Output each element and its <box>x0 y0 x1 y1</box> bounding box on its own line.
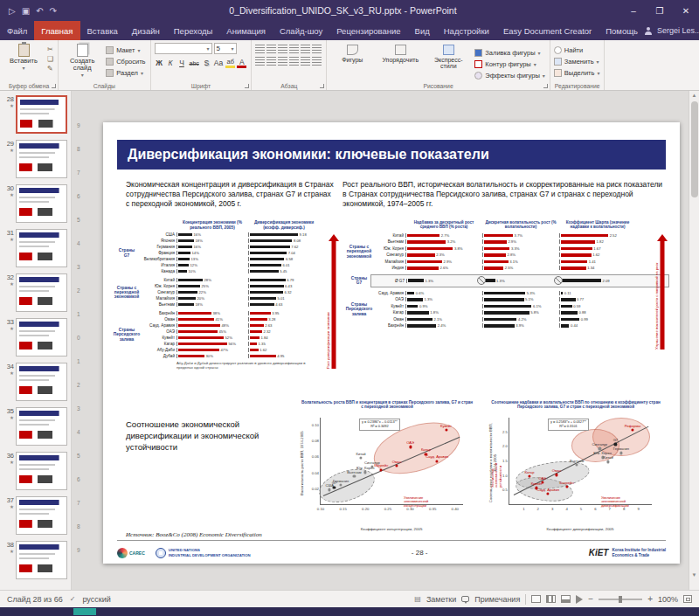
bold-button[interactable]: Ж <box>155 58 164 68</box>
zoom-slider-thumb[interactable] <box>619 596 622 603</box>
scatter-premium-diversification[interactable]: Соотношение надбавки и волатильности ВВП… <box>486 400 666 533</box>
dialog-launcher-icon[interactable] <box>52 84 56 88</box>
minimize-button[interactable]: – <box>620 0 647 21</box>
scrollbar-thumb[interactable] <box>691 101 698 197</box>
paste-button[interactable]: Вставить ▾ <box>3 41 44 71</box>
scatter-volatility-concentration[interactable]: Волатильность роста ВВП и концентрация в… <box>297 400 477 533</box>
slide-thumbnail-31[interactable]: 31★ <box>2 229 67 267</box>
decrease-indent-icon[interactable] <box>278 45 287 53</box>
slide-thumbnail-32[interactable]: 32★ <box>2 273 67 312</box>
vertical-scrollbar[interactable]: ▲ ▼ <box>689 91 699 590</box>
text-shadow-button[interactable]: S <box>202 58 211 68</box>
slideshow-icon[interactable]: ▷ <box>9 6 16 16</box>
dialog-launcher-icon[interactable] <box>320 84 324 88</box>
replace-button[interactable]: Заменить▾ <box>554 56 600 66</box>
thumbnail-preview[interactable] <box>16 452 67 490</box>
tab-help[interactable]: Помощь <box>599 21 645 40</box>
justify-icon[interactable] <box>289 57 299 66</box>
font-name-select[interactable]: ▾ <box>155 43 212 54</box>
dialog-launcher-icon[interactable] <box>245 84 249 88</box>
slide-title[interactable]: Диверсификация экономики: ключевые показ… <box>117 140 666 170</box>
strikethrough-button[interactable]: abc <box>189 58 200 68</box>
shape-outline-button[interactable]: Контур фигуры▾ <box>474 59 545 69</box>
tab-insert[interactable]: Вставка <box>80 21 125 40</box>
thumbnail-preview[interactable] <box>16 273 67 312</box>
find-button[interactable]: Найти <box>554 45 600 55</box>
select-button[interactable]: Выделить▾ <box>554 67 600 78</box>
zoom-in-icon[interactable]: + <box>647 594 653 604</box>
tab-transitions[interactable]: Переходы <box>167 21 220 40</box>
align-center-icon[interactable] <box>266 57 276 66</box>
tab-review[interactable]: Рецензирование <box>329 21 407 40</box>
align-right-icon[interactable] <box>278 57 287 66</box>
shapes-button[interactable]: Фигуры <box>330 44 374 80</box>
copy-icon[interactable]: ❏ <box>47 55 53 63</box>
columns-icon[interactable] <box>301 57 310 66</box>
font-size-select[interactable]: 5▾ <box>214 43 237 54</box>
thumbnail-preview[interactable] <box>16 541 67 579</box>
slide-thumbnail-38[interactable]: 38★ <box>2 541 67 579</box>
thumbnail-preview[interactable] <box>16 140 67 178</box>
thumbnail-preview[interactable] <box>16 363 67 401</box>
bar-chart-growth-volatility-sharpe[interactable]: Надбавка за дискретный рост среднего ВВП… <box>348 220 669 360</box>
slide-canvas[interactable]: Диверсификация экономики: ключевые показ… <box>103 122 680 564</box>
scroll-up-icon[interactable]: ▲ <box>689 93 699 98</box>
tab-home[interactable]: Главная <box>34 21 80 40</box>
zoom-level[interactable]: 100% <box>658 595 678 604</box>
tab-add-ins[interactable]: Надстройки <box>437 21 496 40</box>
save-icon[interactable]: ▣ <box>22 6 30 16</box>
spellcheck-icon[interactable]: ✓ <box>70 595 76 603</box>
tab-file[interactable]: Файл <box>0 21 34 40</box>
increase-indent-icon[interactable] <box>289 45 299 53</box>
undo-icon[interactable]: ↶ <box>36 6 43 16</box>
redo-icon[interactable]: ↷ <box>50 6 57 16</box>
account-name[interactable]: Sergei Les... <box>657 26 699 35</box>
thumbnail-preview[interactable] <box>16 95 67 134</box>
slide-indicator[interactable]: Слайд 28 из 66 <box>7 595 63 604</box>
thumbnail-preview[interactable] <box>16 496 67 535</box>
bottom-text[interactable]: Соотношение экономической диверсификации… <box>126 419 274 453</box>
smartart-icon[interactable] <box>312 57 322 66</box>
bar-chart-concentration-diversification[interactable]: Концентрация экономики (% реального ВВП,… <box>115 220 341 379</box>
shape-fill-button[interactable]: Заливка фигуры▾ <box>474 47 545 58</box>
zoom-slider[interactable] <box>599 599 642 600</box>
reading-view-icon[interactable] <box>561 595 571 603</box>
cut-icon[interactable]: ✂ <box>47 45 53 53</box>
new-slide-button[interactable]: Создать слайд ▾ <box>62 41 102 78</box>
quick-styles-button[interactable]: Экспресс-стили <box>426 44 470 80</box>
change-case-button[interactable]: Аа <box>213 58 225 68</box>
right-heading[interactable]: Рост реального ВВП, историческая волатил… <box>343 180 668 209</box>
reset-button[interactable]: Сбросить <box>106 56 145 66</box>
thumbnail-preview[interactable] <box>16 229 67 267</box>
restore-button[interactable]: ❐ <box>647 0 673 21</box>
slide-thumbnail-35[interactable]: 35★ <box>2 407 67 446</box>
tab-slide-show[interactable]: Слайд-шоу <box>273 21 329 40</box>
italic-button[interactable]: К <box>166 58 176 68</box>
close-button[interactable]: ✕ <box>673 0 699 21</box>
fit-slide-icon[interactable] <box>683 595 692 603</box>
thumbnail-preview[interactable] <box>16 318 67 356</box>
slide-thumbnail-28[interactable]: 28★ <box>2 95 67 134</box>
highlight-color-button[interactable]: аб <box>225 58 235 68</box>
shape-effects-button[interactable]: Эффекты фигуры▾ <box>474 70 545 80</box>
bullets-icon[interactable] <box>255 45 265 53</box>
numbering-icon[interactable] <box>266 45 276 53</box>
tab-easy-document-creator[interactable]: Easy Document Creator <box>496 21 599 40</box>
section-button[interactable]: Раздел▾ <box>106 67 145 78</box>
zoom-out-icon[interactable]: − <box>588 594 593 604</box>
comments-button[interactable]: Примечания <box>474 595 520 604</box>
thumbnail-preview[interactable] <box>16 184 67 223</box>
format-painter-icon[interactable]: ✎ <box>47 65 53 73</box>
thumbnail-preview[interactable] <box>16 407 67 446</box>
left-heading[interactable]: Экономическая концентрация и диверсифика… <box>126 180 334 209</box>
align-left-icon[interactable] <box>255 57 265 66</box>
slide-thumbnail-33[interactable]: 33★ <box>2 318 67 356</box>
tab-animations[interactable]: Анимация <box>219 21 273 40</box>
underline-button[interactable]: Ч <box>177 58 187 68</box>
slideshow-view-icon[interactable] <box>576 595 583 604</box>
arrange-button[interactable]: Упорядочить <box>378 44 422 80</box>
slide-thumbnail-37[interactable]: 37★ <box>2 496 67 535</box>
dialog-launcher-icon[interactable] <box>543 84 548 88</box>
text-direction-icon[interactable] <box>312 45 322 53</box>
slide-sorter-view-icon[interactable] <box>546 595 556 603</box>
